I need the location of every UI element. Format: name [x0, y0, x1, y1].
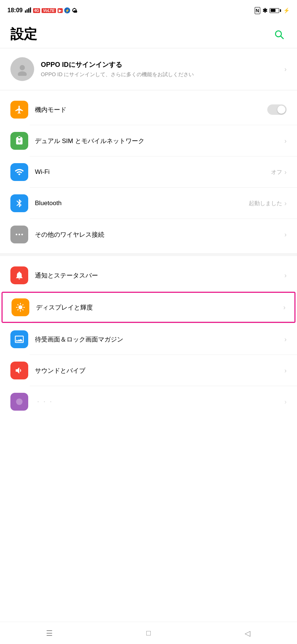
sim-right: ›: [284, 137, 287, 145]
display-label: ディスプレイと輝度: [36, 303, 277, 312]
profile-section[interactable]: OPPO IDにサインインする OPPO ID にサインインして、さらに多くの機…: [0, 48, 297, 90]
status-right: N ✱ ⚡: [255, 7, 290, 14]
svg-line-5: [281, 36, 284, 39]
notification-label: 通知とステータスバー: [35, 271, 278, 280]
display-icon-wrapper: [12, 298, 29, 316]
airplane-toggle-area[interactable]: [267, 104, 287, 115]
menu-icon: ☰: [46, 629, 53, 638]
settings-item-sound[interactable]: サウンドとバイブ ›: [0, 355, 297, 386]
bluetooth-icon-wrapper: [10, 194, 28, 212]
battery-indicator: [270, 8, 281, 13]
youtube-icon: ▶: [58, 8, 63, 13]
wireless-label: その他のワイヤレス接続: [35, 230, 278, 239]
settings-item-notification[interactable]: 通知とステータスバー ›: [0, 260, 297, 291]
bluetooth-status-icon: ✱: [262, 7, 267, 14]
svg-text:1: 1: [18, 138, 20, 142]
notification-icon-wrapper: [10, 266, 28, 284]
sim-label: デュアル SIM とモバイルネットワーク: [35, 137, 278, 145]
network-4g: 4G: [33, 8, 40, 13]
settings-item-last[interactable]: ・・・ ›: [0, 386, 297, 417]
wifi-label: Wi-Fi: [35, 168, 264, 176]
last-icon-wrapper: [10, 393, 28, 411]
sim-icon-wrapper: 1: [10, 132, 28, 150]
home-icon: □: [146, 629, 151, 637]
nfc-icon: N: [255, 7, 260, 14]
settings-section-network: 機内モード 1 デュアル SIM とモバイルネットワーク ›: [0, 94, 297, 250]
wifi-right: オフ ›: [271, 168, 287, 176]
svg-point-4: [275, 31, 281, 37]
airplane-label: 機内モード: [35, 106, 261, 114]
wallpaper-label: 待受画面＆ロック画面マガジン: [35, 335, 278, 344]
bluetooth-label: Bluetooth: [35, 200, 242, 207]
page-header: 設定: [0, 19, 297, 48]
settings-item-wallpaper[interactable]: 待受画面＆ロック画面マガジン ›: [0, 324, 297, 355]
notification-right: ›: [284, 272, 287, 279]
last-label: ・・・: [35, 398, 278, 406]
wifi-chevron: ›: [284, 168, 287, 176]
wallpaper-icon-wrapper: [10, 330, 28, 348]
charging-icon: ⚡: [283, 7, 290, 13]
svg-rect-0: [25, 10, 26, 13]
back-icon: ◁: [245, 629, 250, 638]
avatar: [10, 57, 34, 81]
settings-item-wireless[interactable]: その他のワイヤレス接続 ›: [0, 219, 297, 250]
last-right: ›: [284, 398, 287, 406]
section-divider-1: [0, 253, 297, 256]
profile-title: OPPO IDにサインインする: [41, 60, 278, 69]
settings-item-display[interactable]: ディスプレイと輝度 ›: [1, 292, 296, 323]
svg-point-9: [16, 234, 17, 235]
settings-item-bluetooth[interactable]: Bluetooth 起動しました ›: [0, 188, 297, 219]
status-bar: 18:09 4G VoLTE ▶ ⚡ 🌤 N ✱: [0, 0, 297, 19]
volte-indicator: VoLTE: [42, 8, 56, 13]
wireless-right: ›: [284, 231, 287, 239]
last-chevron: ›: [284, 398, 287, 406]
bluetooth-chevron: ›: [284, 200, 287, 207]
profile-chevron: ›: [284, 65, 287, 73]
status-time: 18:09: [7, 7, 23, 14]
wallpaper-right: ›: [284, 336, 287, 343]
settings-item-airplane[interactable]: 機内モード: [0, 94, 297, 125]
wireless-icon-wrapper: [10, 226, 28, 243]
settings-item-sim[interactable]: 1 デュアル SIM とモバイルネットワーク ›: [0, 125, 297, 156]
svg-point-7: [18, 71, 27, 76]
navigation-bar: ☰ □ ◁: [0, 622, 297, 644]
svg-rect-2: [28, 8, 29, 13]
display-chevron: ›: [283, 304, 285, 311]
wireless-chevron: ›: [284, 231, 287, 239]
bluetooth-right: 起動しました ›: [249, 200, 287, 207]
svg-point-6: [20, 65, 25, 70]
nav-menu-button[interactable]: ☰: [38, 622, 61, 644]
nav-back-button[interactable]: ◁: [236, 622, 259, 644]
display-right: ›: [283, 304, 285, 311]
svg-point-12: [16, 398, 22, 405]
wallpaper-chevron: ›: [284, 336, 287, 343]
settings-section-display: 通知とステータスバー › ディスプレイと輝度 ›: [0, 260, 297, 417]
airplane-icon-wrapper: [10, 101, 28, 119]
nav-home-button[interactable]: □: [137, 622, 160, 644]
usb-icon: ⚡: [64, 7, 70, 13]
sim-chevron: ›: [284, 137, 287, 145]
sound-right: ›: [284, 367, 287, 375]
settings-item-wifi[interactable]: Wi-Fi オフ ›: [0, 156, 297, 188]
profile-subtitle: OPPO ID にサインインして、さらに多くの機能をお試しください: [41, 71, 278, 78]
sound-label: サウンドとバイブ: [35, 366, 278, 375]
search-button[interactable]: [272, 27, 287, 42]
svg-rect-1: [26, 9, 27, 13]
airplane-toggle[interactable]: [267, 104, 287, 115]
sound-icon-wrapper: [10, 362, 28, 379]
notification-chevron: ›: [284, 272, 287, 279]
weather-icon: 🌤: [72, 7, 77, 14]
profile-divider: [0, 90, 297, 90]
profile-text: OPPO IDにサインインする OPPO ID にサインインして、さらに多くの機…: [41, 60, 278, 78]
page-title: 設定: [10, 25, 37, 43]
wifi-icon-wrapper: [10, 163, 28, 181]
svg-point-10: [19, 234, 20, 235]
sound-chevron: ›: [284, 367, 287, 375]
signal-indicator: [25, 7, 32, 13]
status-left: 18:09 4G VoLTE ▶ ⚡ 🌤: [7, 7, 77, 14]
svg-rect-3: [30, 7, 31, 13]
svg-point-11: [21, 234, 23, 235]
